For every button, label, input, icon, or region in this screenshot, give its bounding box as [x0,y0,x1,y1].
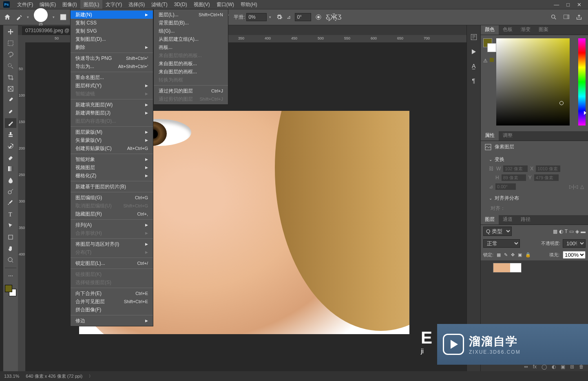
menu-filter[interactable]: 滤镜(T) [148,0,170,9]
minimize-button[interactable]: — [554,2,559,8]
menu-item[interactable]: 将图层与选区对齐(I)▶ [71,240,153,248]
menu-item[interactable]: 合并可见图层Shift+Ctrl+E [71,297,153,306]
blend-mode-select[interactable]: 正常 [483,239,520,248]
layer-opacity-input[interactable]: 100% [563,239,586,248]
brush-preview-icon[interactable] [34,8,48,22]
menu-item[interactable]: 复制 SVG [71,27,153,35]
crop-tool[interactable] [5,73,16,82]
menu-item[interactable]: 图层样式(Y)▶ [71,81,153,90]
menu-item[interactable]: 复制 CSS [71,19,153,27]
edit-toolbar-icon[interactable]: ⋯ [5,271,16,281]
tab-color[interactable]: 颜色 [481,24,499,35]
color-picker[interactable]: ⚠ [481,35,588,131]
menu-item[interactable]: 来自图层的画框... [154,68,228,76]
home-icon[interactable] [3,13,11,21]
dropdown-icon[interactable]: ▾ [26,15,30,19]
gradient-tool[interactable] [5,164,16,174]
transform-section[interactable]: 变换 [485,154,584,165]
menu-item[interactable]: 智能对象▶ [71,155,153,163]
layer-thumbnail[interactable] [493,263,522,273]
menu-file[interactable]: 文件(F) [14,0,36,9]
blur-tool[interactable] [5,175,16,185]
menu-item[interactable]: 画板... [154,43,228,51]
type-tool[interactable]: T [5,209,16,219]
menu-item[interactable]: 拼合图像(F) [71,306,153,314]
menu-select[interactable]: 选择(S) [125,0,148,9]
lasso-tool[interactable] [5,50,16,59]
color-field[interactable] [496,38,570,126]
link-wh-icon[interactable]: ⛓ [489,166,494,172]
history-brush-tool[interactable] [5,141,16,151]
char-panel-icon[interactable]: A̲ [472,63,476,70]
path-select-tool[interactable] [5,221,16,231]
tab-paths[interactable]: 路径 [517,214,535,225]
color-cursor[interactable] [559,101,564,105]
play-panel-icon[interactable] [470,48,477,55]
search-icon[interactable] [550,14,557,20]
menu-item[interactable]: 快速导出为 PNGShift+Ctrl+' [71,54,153,62]
tab-channels[interactable]: 通道 [499,214,517,225]
width-input[interactable] [503,165,528,172]
height-input[interactable] [502,174,526,181]
y-input[interactable] [534,174,559,181]
brush-panel-icon[interactable] [60,13,67,21]
menu-view[interactable]: 视图(V) [190,0,213,9]
zoom-tool[interactable] [5,255,16,265]
history-panel-icon[interactable] [470,33,477,41]
pressure-size-icon[interactable] [315,14,322,20]
menu-item[interactable]: 图层蒙版(M)▶ [71,128,153,136]
brush-tool[interactable] [5,118,16,128]
menu-window[interactable]: 窗口(W) [213,0,237,9]
filter-smart-icon[interactable]: ◈ [575,229,579,234]
menu-item[interactable]: 从图层建立组(A)... [154,35,228,43]
menu-item[interactable]: 来自图层的画板... [154,59,228,68]
menu-item[interactable]: 导出为...Alt+Shift+Ctrl+' [71,62,153,70]
menu-item[interactable]: 图层编组(G)Ctrl+G [71,194,153,202]
lock-pos-icon[interactable]: ✥ [511,252,515,258]
lock-trans-icon[interactable]: ▦ [497,252,501,258]
menu-item[interactable]: 删除▶ [71,43,153,51]
menu-item[interactable]: 修边▶ [71,317,153,325]
menu-item[interactable]: 新建(N)▶ [71,11,153,19]
move-tool[interactable] [5,27,16,37]
share-icon[interactable] [576,14,582,20]
menu-3d[interactable]: 3D(D) [171,0,190,9]
hand-tool[interactable] [5,244,16,253]
flip-h-icon[interactable]: ▷|◁ [569,184,578,189]
rotate-input[interactable] [495,183,516,190]
eyedropper-tool[interactable] [5,95,16,105]
filter-toggle[interactable]: ▬ [581,229,586,234]
menu-item[interactable]: 矢量蒙版(V)▶ [71,136,153,144]
hue-cursor[interactable] [584,111,586,115]
lock-paint-icon[interactable]: ✎ [504,252,508,258]
symmetry-icon[interactable]: Ƹ̵̡Ӝ̵̨̄Ʒ [326,13,342,21]
pen-tool[interactable] [5,198,16,208]
healing-tool[interactable] [5,107,16,117]
angle-input[interactable]: 0° [295,13,311,21]
menu-item[interactable]: 重命名图层... [71,73,153,81]
frame-tool[interactable] [5,84,16,94]
dropdown-icon[interactable]: ▾ [52,15,55,19]
menu-item[interactable]: 图层(L)...Shift+Ctrl+N [154,11,228,19]
menu-item[interactable]: 新建调整图层(J)▶ [71,109,153,117]
tab-patterns[interactable]: 图案 [535,24,553,35]
paragraph-panel-icon[interactable]: ¶ [472,77,475,84]
smooth-input[interactable]: 0% [246,13,267,21]
maximize-button[interactable]: □ [566,2,570,8]
menu-item[interactable]: 向下合并(E)Ctrl+E [71,289,153,297]
color-swatches[interactable] [5,285,16,296]
menu-item[interactable]: 锁定图层(L)...Ctrl+/ [71,259,153,267]
menu-item[interactable]: 新建填充图层(W)▶ [71,101,153,109]
filter-type-select[interactable]: Q 类型 [483,227,512,236]
menu-item[interactable]: 复制图层(D)... [71,35,153,43]
marquee-tool[interactable] [5,38,16,48]
dodge-tool[interactable] [5,187,16,196]
menu-item[interactable]: 栅格化(Z)▶ [71,172,153,180]
dropdown-icon[interactable]: ▾ [268,15,272,19]
gear-icon[interactable] [276,14,283,20]
filter-adjust-icon[interactable]: ◐ [559,229,563,234]
tab-layers[interactable]: 图层 [481,214,499,225]
shape-tool[interactable] [5,232,16,242]
menu-item[interactable]: 背景图层(B)... [154,19,228,27]
eraser-tool[interactable] [5,152,16,162]
